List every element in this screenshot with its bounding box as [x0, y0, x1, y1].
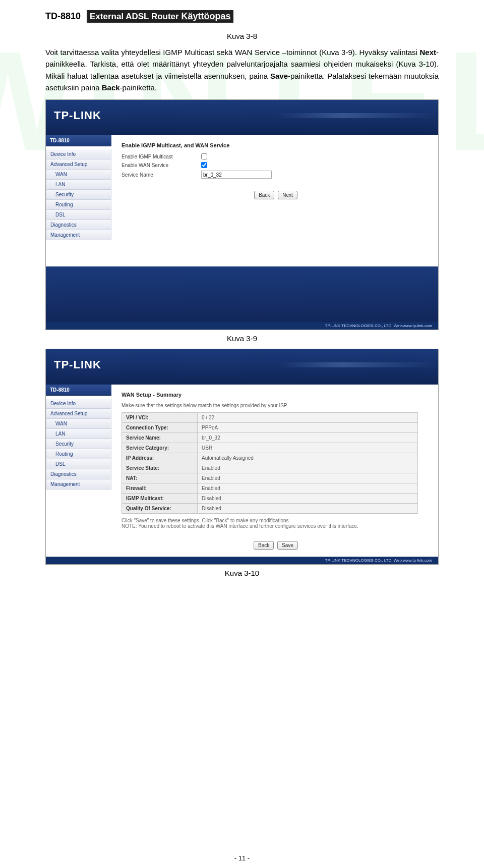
decorative-stroke — [277, 113, 438, 118]
title-rest: Käyttöopas — [181, 11, 230, 21]
decorative-stroke — [277, 362, 438, 367]
router-content-panel: Enable IGMP Multicast, and WAN Service E… — [111, 135, 438, 266]
router-footer: TP-LINK TECHNOLOGIES CO., LTD. Web:www.t… — [46, 322, 438, 330]
screenshot-3-10: TP-LINK TD-8810 Device Info Advanced Set… — [45, 349, 439, 565]
blue-filler — [46, 266, 438, 322]
summary-value: Enabled — [198, 473, 418, 483]
caption-3-10: Kuva 3-10 — [45, 569, 439, 577]
label-igmp: Enable IGMP Multicast — [122, 154, 197, 159]
button-row: Back Save — [122, 541, 430, 550]
summary-key: IGMP Multicast: — [122, 494, 198, 504]
sidebar-lan[interactable]: LAN — [46, 429, 111, 439]
sidebar-management[interactable]: Management — [46, 230, 111, 240]
summary-value: Disabled — [198, 494, 418, 504]
summary-key: Firewall: — [122, 483, 198, 494]
screenshot-3-9: TP-LINK TD-8810 Device Info Advanced Set… — [45, 99, 439, 330]
row-service-name: Service Name — [122, 171, 430, 179]
table-row: Service State:Enabled — [122, 463, 418, 473]
sidebar-routing[interactable]: Routing — [46, 200, 111, 210]
note-line-1: Click "Save" to save these settings. Cli… — [122, 518, 430, 523]
next-button[interactable]: Next — [278, 191, 297, 199]
summary-key: VPI / VCI: — [122, 413, 198, 423]
caption-3-9: Kuva 3-9 — [45, 334, 439, 343]
table-row: Service Category:UBR — [122, 443, 418, 453]
table-row: Quality Of Service:Disabled — [122, 504, 418, 514]
summary-table: VPI / VCI:0 / 32Connection Type:PPPoASer… — [122, 412, 418, 514]
label-service-name: Service Name — [122, 172, 197, 178]
brand-logo: TP-LINK — [54, 109, 101, 122]
input-service-name[interactable] — [201, 171, 272, 179]
router-sidebar: TD-8810 Device Info Advanced Setup WAN L… — [46, 135, 111, 266]
router-topbar: TP-LINK — [46, 100, 438, 135]
title-bar: External ADSL Router Käyttöopas — [87, 10, 233, 23]
row-wan-service: Enable WAN Service — [122, 162, 430, 168]
back-button[interactable]: Back — [254, 541, 274, 550]
summary-key: Service Name: — [122, 433, 198, 443]
caption-3-8: Kuva 3-8 — [45, 32, 439, 40]
sidebar-device-info[interactable]: Device Info — [46, 399, 111, 409]
summary-value: Disabled — [198, 504, 418, 514]
intro-text: Make sure that the settings below match … — [122, 403, 430, 408]
summary-key: Service State: — [122, 463, 198, 473]
sidebar-diagnostics[interactable]: Diagnostics — [46, 220, 111, 230]
summary-value: 0 / 32 — [198, 413, 418, 423]
brand-logo: TP-LINK — [54, 358, 101, 371]
table-row: IGMP Multicast:Disabled — [122, 494, 418, 504]
sidebar-management[interactable]: Management — [46, 479, 111, 490]
table-row: NAT:Enabled — [122, 473, 418, 483]
summary-value: UBR — [198, 443, 418, 453]
summary-key: Connection Type: — [122, 423, 198, 433]
save-button[interactable]: Save — [277, 541, 298, 550]
page-content: TD-8810 External ADSL Router Käyttöopas … — [0, 0, 484, 577]
sidebar-lan[interactable]: LAN — [46, 180, 111, 190]
model-code: TD-8810 — [45, 11, 81, 22]
page-number: - 11 - — [0, 854, 484, 862]
summary-key: NAT: — [122, 473, 198, 483]
summary-key: Service Category: — [122, 443, 198, 453]
table-row: Connection Type:PPPoA — [122, 423, 418, 433]
row-igmp: Enable IGMP Multicast — [122, 153, 430, 159]
summary-value: Automatically Assigned — [198, 453, 418, 463]
label-wan-service: Enable WAN Service — [122, 162, 197, 168]
sidebar-advanced-setup[interactable]: Advanced Setup — [46, 409, 111, 419]
table-row: Service Name:br_0_32 — [122, 433, 418, 443]
table-row: IP Address:Automatically Assigned — [122, 453, 418, 463]
sidebar-advanced-setup[interactable]: Advanced Setup — [46, 159, 111, 170]
summary-key: IP Address: — [122, 453, 198, 463]
checkbox-igmp[interactable] — [201, 153, 207, 159]
router-topbar: TP-LINK — [46, 349, 438, 385]
back-button[interactable]: Back — [254, 191, 274, 199]
sidebar-security[interactable]: Security — [46, 439, 111, 449]
panel-heading: Enable IGMP Multicast, and WAN Service — [122, 142, 430, 148]
sidebar-device-info[interactable]: Device Info — [46, 149, 111, 159]
sidebar-routing[interactable]: Routing — [46, 449, 111, 459]
router-footer: TP-LINK TECHNOLOGIES CO., LTD. Web:www.t… — [46, 557, 438, 564]
sidebar-dsl[interactable]: DSL — [46, 210, 111, 220]
sidebar-wan[interactable]: WAN — [46, 170, 111, 180]
checkbox-wan-service[interactable] — [201, 162, 207, 168]
summary-value: PPPoA — [198, 423, 418, 433]
sidebar-security[interactable]: Security — [46, 190, 111, 200]
sidebar-dsl[interactable]: DSL — [46, 459, 111, 469]
summary-value: Enabled — [198, 483, 418, 494]
document-header: TD-8810 External ADSL Router Käyttöopas — [45, 10, 439, 23]
table-row: Firewall:Enabled — [122, 483, 418, 494]
summary-key: Quality Of Service: — [122, 504, 198, 514]
sidebar-model-head: TD-8810 — [46, 385, 111, 396]
router-content-panel: WAN Setup - Summary Make sure that the s… — [111, 385, 438, 557]
summary-value: Enabled — [198, 463, 418, 473]
instruction-paragraph: Voit tarvittaessa valita yhteydellesi IG… — [45, 46, 439, 93]
router-sidebar: TD-8810 Device Info Advanced Setup WAN L… — [46, 385, 111, 557]
note-line-2: NOTE: You need to reboot to activate thi… — [122, 523, 430, 529]
sidebar-model-head: TD-8810 — [46, 135, 111, 146]
button-row: Back Next — [122, 191, 430, 199]
sidebar-diagnostics[interactable]: Diagnostics — [46, 469, 111, 479]
table-row: VPI / VCI:0 / 32 — [122, 413, 418, 423]
sidebar-wan[interactable]: WAN — [46, 419, 111, 429]
summary-value: br_0_32 — [198, 433, 418, 443]
panel-heading: WAN Setup - Summary — [122, 392, 430, 398]
